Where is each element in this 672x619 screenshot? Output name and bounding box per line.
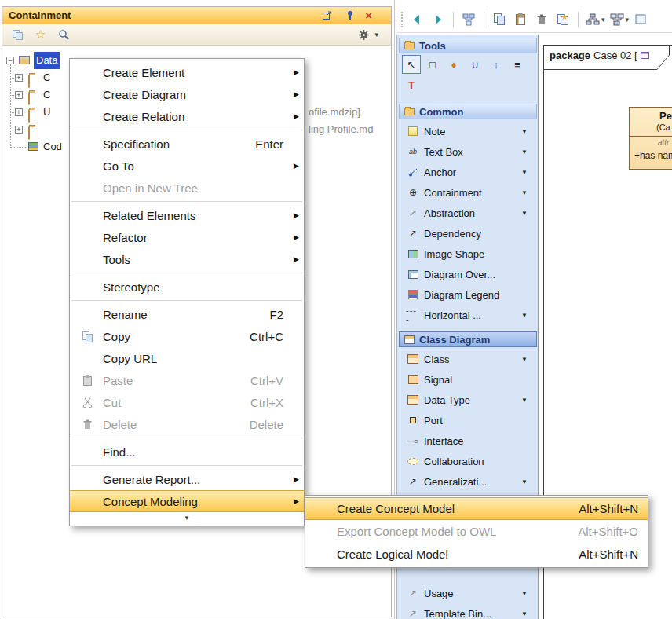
toolbar-drag-handle[interactable] bbox=[401, 12, 404, 27]
chevron-down-icon[interactable]: ▼ bbox=[521, 312, 528, 319]
tool-containment[interactable]: ⊕ Containment ▼ bbox=[399, 182, 537, 203]
menu-item-concept-modeling[interactable]: Concept Modeling ▶ bbox=[70, 490, 304, 512]
tree-item[interactable]: U bbox=[43, 104, 50, 121]
menu-item-create-diagram[interactable]: Create Diagram ▶ bbox=[70, 83, 304, 105]
structure-dropdown-caret-icon[interactable]: ▾ bbox=[626, 16, 630, 24]
tool-port[interactable]: Port bbox=[399, 410, 537, 430]
search-icon[interactable] bbox=[55, 26, 72, 43]
expand-expander-icon[interactable]: + bbox=[15, 126, 23, 134]
tool-abstraction[interactable]: ↗ Abstraction ▼ bbox=[399, 203, 537, 223]
chevron-down-icon[interactable]: ▼ bbox=[521, 148, 528, 156]
stamp-tool-button[interactable]: ♦ bbox=[444, 55, 463, 74]
tree-item-data[interactable]: Data bbox=[34, 52, 60, 69]
tree-item[interactable]: Cod bbox=[43, 138, 62, 156]
chevron-down-icon[interactable]: ▼ bbox=[521, 356, 528, 363]
text-tool-button[interactable]: T bbox=[402, 75, 421, 94]
tool-diagram-legend[interactable]: Diagram Legend bbox=[399, 284, 537, 305]
tool-horizontal-separator[interactable]: ---- Horizontal ... ▼ bbox=[399, 305, 537, 325]
chevron-down-icon[interactable]: ▼ bbox=[521, 610, 528, 617]
chevron-down-icon[interactable]: ▼ bbox=[521, 189, 528, 196]
menu-item-tools[interactable]: Tools ▶ bbox=[70, 248, 304, 270]
tool-template-binding[interactable]: ↗ Template Bin... ▼ bbox=[399, 603, 537, 619]
menu-scroll-down[interactable]: ▼ bbox=[70, 512, 304, 523]
tool-note[interactable]: Note ▼ bbox=[399, 121, 537, 141]
tool-class[interactable]: Class ▼ bbox=[399, 349, 537, 369]
tree-item-overflow[interactable]: ofile.mdzip] bbox=[309, 104, 360, 121]
back-arrow-icon[interactable] bbox=[408, 11, 425, 28]
paste-icon[interactable] bbox=[512, 11, 529, 28]
clipped-toolbar-icon[interactable] bbox=[633, 11, 650, 28]
tool-signal[interactable]: Signal bbox=[399, 369, 537, 390]
tool-collaboration[interactable]: Collaboration bbox=[399, 451, 537, 471]
chevron-down-icon[interactable]: ▼ bbox=[521, 210, 528, 217]
align-tool-button[interactable]: ↕ bbox=[487, 55, 506, 74]
menu-item-cut[interactable]: Cut Ctrl+X bbox=[70, 391, 304, 413]
chevron-down-icon[interactable]: ▼ bbox=[521, 397, 528, 404]
submenu-item-create-concept-model[interactable]: Create Concept Model Alt+Shift+N bbox=[305, 497, 648, 520]
menu-item-generate-report[interactable]: Generate Report... ▶ bbox=[70, 468, 304, 490]
menu-item-delete[interactable]: Delete Delete bbox=[70, 413, 304, 435]
tool-generalization[interactable]: ↗ Generalizati... ▼ bbox=[399, 471, 537, 492]
close-icon[interactable]: × bbox=[365, 11, 372, 20]
submenu-item-export-concept-model-owl[interactable]: Export Concept Model to OWL Alt+Shift+O bbox=[305, 520, 648, 543]
expand-expander-icon[interactable]: + bbox=[15, 74, 23, 82]
toolbox-section-class-diagram[interactable]: Class Diagram bbox=[399, 331, 537, 347]
menu-item-related-elements[interactable]: Related Elements ▶ bbox=[70, 204, 304, 226]
submenu-item-create-logical-model[interactable]: Create Logical Model Alt+Shift+N bbox=[305, 543, 648, 566]
tool-image-shape[interactable]: Image Shape bbox=[399, 244, 537, 264]
menu-item-go-to[interactable]: Go To ▶ bbox=[70, 155, 304, 177]
menu-item-stereotype[interactable]: Stereotype bbox=[70, 276, 304, 298]
layout-hierarchy-button[interactable]: ▾ bbox=[585, 13, 605, 27]
tool-anchor[interactable]: Anchor ▼ bbox=[399, 162, 537, 182]
marquee-tool-button[interactable]: □ bbox=[423, 55, 442, 74]
link-items-icon[interactable] bbox=[9, 26, 26, 43]
toolbox-section-common[interactable]: Common bbox=[399, 104, 537, 119]
chevron-down-icon[interactable]: ▼ bbox=[521, 590, 528, 597]
chevron-down-icon[interactable]: ▼ bbox=[521, 169, 528, 176]
menu-item-copy-url[interactable]: Copy URL bbox=[70, 347, 304, 369]
paste-special-icon[interactable] bbox=[554, 11, 572, 28]
float-window-icon[interactable] bbox=[318, 7, 335, 24]
tree-item[interactable]: C bbox=[43, 69, 50, 86]
menu-label: Concept Modeling bbox=[103, 495, 198, 508]
tool-data-type[interactable]: Data Type ▼ bbox=[399, 390, 537, 410]
layout-dropdown-caret-icon[interactable]: ▾ bbox=[601, 16, 605, 24]
select-tool-button[interactable]: ↖ bbox=[402, 55, 421, 74]
copy-icon[interactable] bbox=[491, 11, 508, 28]
tool-interface[interactable]: ─○ Interface bbox=[399, 430, 537, 451]
containment-tree-icon[interactable] bbox=[460, 11, 477, 28]
structure-mode-button[interactable]: ▾ bbox=[609, 13, 630, 27]
tool-text-box[interactable]: ab Text Box ▼ bbox=[399, 141, 537, 162]
tree-item[interactable]: C bbox=[43, 86, 50, 104]
tool-dependency[interactable]: ↗ Dependency bbox=[399, 223, 537, 244]
gear-icon[interactable] bbox=[355, 26, 372, 43]
menu-item-specification[interactable]: Specification Enter bbox=[70, 133, 304, 155]
toolbox-section-tools[interactable]: Tools bbox=[399, 38, 537, 53]
class-shape[interactable]: Pe (Ca attr +has name bbox=[629, 107, 672, 170]
menu-item-rename[interactable]: Rename F2 bbox=[70, 303, 304, 325]
menu-item-find[interactable]: Find... bbox=[70, 441, 304, 463]
menu-item-copy[interactable]: Copy Ctrl+C bbox=[70, 325, 304, 347]
expand-expander-icon[interactable]: + bbox=[15, 91, 23, 99]
tree-item-overflow[interactable]: ling Profile.md bbox=[309, 121, 373, 138]
menu-item-create-element[interactable]: Create Element ▶ bbox=[70, 61, 304, 83]
menu-item-open-in-new-tree[interactable]: Open in New Tree bbox=[70, 177, 304, 199]
menu-item-refactor[interactable]: Refactor ▶ bbox=[70, 226, 304, 248]
chevron-down-icon[interactable]: ▼ bbox=[521, 128, 528, 135]
containment-titlebar[interactable]: Containment × bbox=[2, 7, 391, 24]
tool-diagram-overview[interactable]: Diagram Over... bbox=[399, 264, 537, 284]
menu-item-create-relation[interactable]: Create Relation ▶ bbox=[70, 105, 304, 127]
menu-item-paste[interactable]: Paste Ctrl+V bbox=[70, 369, 304, 391]
expand-expander-icon[interactable]: + bbox=[15, 108, 23, 116]
delete-trash-icon[interactable] bbox=[533, 11, 550, 28]
gear-dropdown-caret-icon[interactable]: ▾ bbox=[374, 31, 378, 38]
collapse-expander-icon[interactable]: − bbox=[6, 57, 14, 64]
favorites-star-icon[interactable]: ☆ bbox=[35, 27, 46, 42]
chevron-down-icon[interactable]: ▼ bbox=[521, 478, 528, 485]
panel-title: Containment bbox=[9, 9, 71, 21]
magnet-tool-button[interactable]: ∪ bbox=[466, 55, 484, 74]
swimlane-tool-button[interactable]: ≡ bbox=[508, 55, 527, 74]
tool-usage[interactable]: ↗ Usage ▼ bbox=[399, 583, 537, 603]
forward-arrow-icon[interactable] bbox=[429, 11, 447, 28]
pin-icon[interactable] bbox=[341, 7, 359, 24]
